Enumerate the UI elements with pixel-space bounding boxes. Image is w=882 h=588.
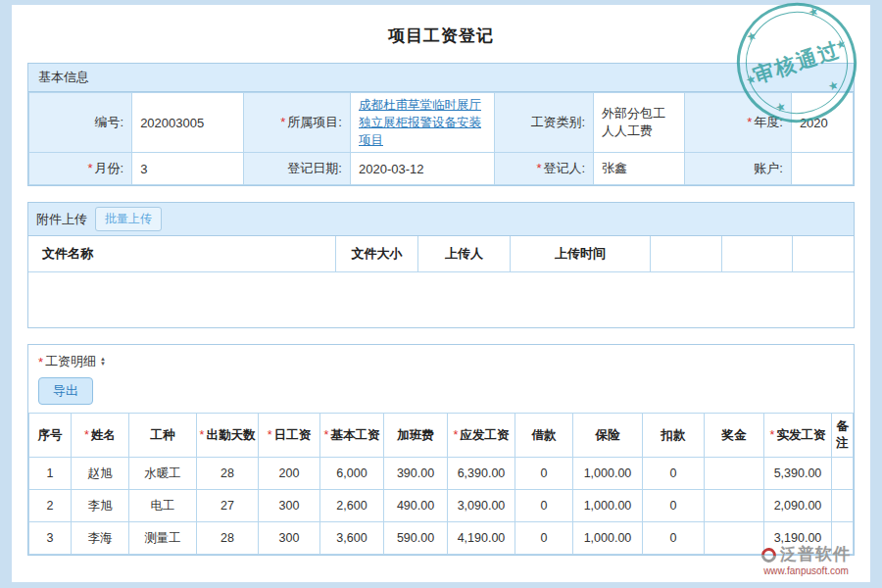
salary-column-header: 保险 — [573, 414, 643, 458]
attachments-column-header — [792, 236, 854, 272]
salary-table-cell: 测量工 — [129, 522, 197, 555]
salary-detail-section: * 工资明细 ▲ ▼ 导出 序号*姓名工种*出勤天数*日工资*基本工资加班费*应… — [27, 344, 855, 556]
salary-table-cell: 390.00 — [384, 458, 448, 490]
salary-column-header: 备注 — [832, 414, 854, 458]
year-value: 2020 — [791, 93, 853, 153]
export-row: 导出 — [28, 372, 854, 413]
number-label: 编号: — [29, 93, 132, 153]
vendor-logo: 泛普软件 www.fanpusoft.com — [761, 546, 851, 576]
salary-table-cell: 300 — [259, 490, 320, 522]
salary-column-header: 扣款 — [643, 414, 705, 458]
required-marker: * — [200, 428, 205, 442]
salary-table-cell: 2 — [29, 490, 72, 522]
salary-detail-title-line: * 工资明细 ▲ ▼ — [28, 345, 854, 372]
salary-table-cell: 1 — [29, 458, 72, 490]
salary-table-cell: 2,090.00 — [764, 490, 832, 522]
vendor-name: 泛普软件 — [780, 546, 851, 564]
salary-table-cell: 0 — [643, 522, 705, 555]
required-marker: * — [38, 355, 43, 369]
salary-table-cell: 6,390.00 — [448, 458, 515, 490]
attachments-column-header: 文件名称 — [28, 236, 335, 272]
salary-table-row[interactable]: 2李旭电工273002,600490.003,090.0001,000.0002… — [29, 490, 854, 522]
batch-upload-button[interactable]: 批量上传 — [95, 207, 162, 231]
salary-table-cell — [705, 490, 764, 522]
salary-table-cell — [705, 522, 764, 555]
salary-table-cell: 2,600 — [320, 490, 384, 522]
date-label: 登记日期: — [243, 153, 350, 185]
salary-column-header: 奖金 — [705, 414, 764, 458]
salary-table-cell: 0 — [515, 458, 573, 490]
salary-table-cell: 1,000.00 — [573, 522, 643, 555]
basic-info-section: 基本信息 编号: 202003005 *所属项目: 成都杜甫草堂临时展厅独立展柜… — [27, 63, 855, 186]
required-marker: * — [770, 428, 775, 442]
account-label: 账户: — [684, 153, 791, 185]
salary-column-header: *基本工资 — [320, 414, 384, 458]
category-value: 外部分包工人人工费 — [594, 93, 685, 153]
salary-table-row[interactable]: 3李海测量工283003,600590.004,190.0001,000.000… — [29, 522, 854, 555]
attachments-table: 文件名称文件大小上传人上传时间 — [28, 236, 854, 272]
vendor-url: www.fanpusoft.com — [761, 565, 851, 576]
salary-table-cell: 李旭 — [72, 490, 129, 522]
salary-table-cell: 28 — [197, 458, 259, 490]
registrant-label: *登记人: — [495, 153, 594, 185]
attachments-header: 附件上传 批量上传 — [28, 203, 854, 236]
date-value: 2020-03-12 — [350, 153, 494, 185]
salary-table-cell: 0 — [643, 458, 705, 490]
sort-down-icon: ▼ — [100, 362, 106, 367]
salary-table-cell: 300 — [259, 522, 320, 555]
number-value: 202003005 — [132, 93, 244, 153]
project-link[interactable]: 成都杜甫草堂临时展厅独立展柜报警设备安装项目 — [359, 98, 481, 147]
export-button[interactable]: 导出 — [38, 377, 93, 405]
salary-column-header: 工种 — [129, 414, 197, 458]
attachments-title: 附件上传 — [36, 211, 87, 228]
salary-table-cell: 28 — [197, 522, 259, 555]
sort-icon[interactable]: ▲ ▼ — [100, 357, 106, 367]
salary-table-cell — [705, 458, 764, 490]
salary-table-cell: 27 — [197, 490, 259, 522]
vendor-logo-icon — [759, 545, 779, 565]
required-marker: * — [324, 428, 329, 442]
salary-table-cell: 1,000.00 — [573, 458, 643, 490]
required-marker: * — [747, 115, 752, 129]
salary-table-cell — [832, 490, 854, 522]
salary-column-header: *应发工资 — [448, 414, 515, 458]
page-title: 项目工资登记 — [27, 5, 855, 63]
attachments-column-header: 上传时间 — [510, 236, 651, 272]
salary-column-header: 借款 — [515, 414, 573, 458]
salary-table-cell: 200 — [259, 458, 320, 490]
required-marker: * — [87, 161, 92, 175]
salary-table-cell: 水暖工 — [129, 458, 197, 490]
salary-table-cell: 6,000 — [320, 458, 384, 490]
attachments-column-header: 文件大小 — [335, 236, 418, 272]
salary-table-cell: 电工 — [129, 490, 197, 522]
salary-table: 序号*姓名工种*出勤天数*日工资*基本工资加班费*应发工资借款保险扣款奖金*实发… — [28, 413, 854, 555]
account-value — [791, 153, 853, 185]
salary-table-cell: 1,000.00 — [573, 490, 643, 522]
project-value-cell: 成都杜甫草堂临时展厅独立展柜报警设备安装项目 — [350, 93, 494, 153]
basic-info-header: 基本信息 — [28, 64, 854, 92]
salary-column-header: 加班费 — [384, 414, 448, 458]
required-marker: * — [268, 428, 272, 442]
attachments-section: 附件上传 批量上传 文件名称文件大小上传人上传时间 — [27, 202, 855, 328]
category-label: 工资类别: — [495, 93, 594, 153]
page: 项目工资登记 ★ ★ ★ ★ ★ ★ 审核通过 基本信息 编号: 2020030… — [12, 5, 870, 582]
salary-column-header: 序号 — [29, 414, 72, 458]
salary-table-cell: 0 — [515, 522, 573, 555]
salary-table-cell: 3,090.00 — [448, 490, 515, 522]
salary-detail-title: 工资明细 — [45, 353, 96, 370]
salary-column-header: *出勤天数 — [197, 414, 259, 458]
required-marker: * — [84, 428, 89, 442]
salary-table-cell: 赵旭 — [72, 458, 129, 490]
salary-table-cell: 5,390.00 — [764, 458, 832, 490]
salary-table-row[interactable]: 1赵旭水暖工282006,000390.006,390.0001,000.000… — [29, 458, 854, 490]
salary-header-row: 序号*姓名工种*出勤天数*日工资*基本工资加班费*应发工资借款保险扣款奖金*实发… — [29, 414, 854, 458]
attachments-empty-area — [28, 272, 854, 327]
basic-info-grid: 编号: 202003005 *所属项目: 成都杜甫草堂临时展厅独立展柜报警设备安… — [28, 92, 854, 185]
registrant-value: 张鑫 — [594, 153, 685, 185]
salary-table-cell: 590.00 — [384, 522, 448, 555]
salary-table-cell: 490.00 — [384, 490, 448, 522]
salary-table-cell: 0 — [515, 490, 573, 522]
salary-table-cell: 3 — [29, 522, 72, 555]
month-value: 3 — [132, 153, 244, 185]
attachments-column-header: 上传人 — [418, 236, 510, 272]
